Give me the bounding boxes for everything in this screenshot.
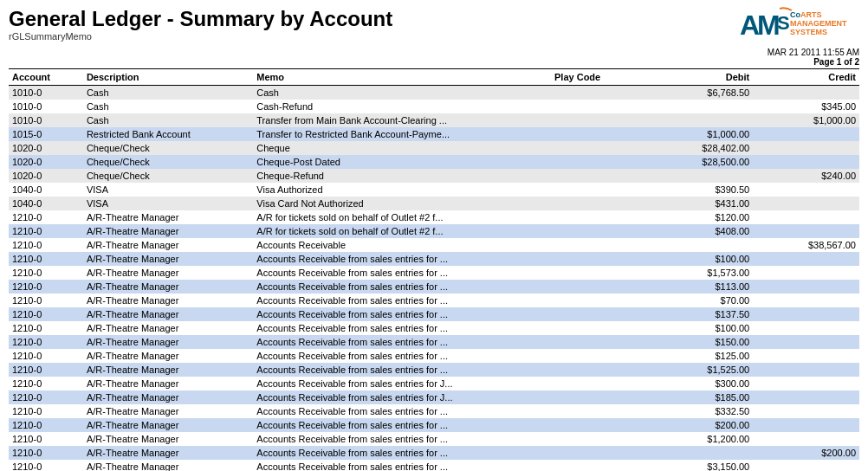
table-cell: 1210-0: [9, 390, 83, 404]
table-cell: Accounts Receivable from sales entries f…: [253, 280, 551, 294]
table-cell: Accounts Receivable from sales entries f…: [253, 252, 551, 266]
table-row: 1210-0A/R-Theatre ManagerAccounts Receiv…: [9, 404, 859, 418]
svg-text:Co: Co: [790, 10, 800, 19]
table-cell: Transfer from Main Bank Account-Clearing…: [253, 113, 551, 127]
table-cell: 1210-0: [9, 224, 83, 238]
table-cell: 1210-0: [9, 280, 83, 294]
table-cell: $120.00: [646, 210, 753, 224]
table-cell: A/R-Theatre Manager: [83, 294, 253, 307]
table-cell: [753, 141, 859, 155]
svg-text:ARTS: ARTS: [800, 10, 822, 19]
table-cell: [551, 86, 646, 100]
table-cell: Accounts Receivable: [253, 238, 551, 252]
table-cell: 1010-0: [9, 86, 83, 100]
table-cell: $185.00: [646, 390, 753, 404]
table-cell: [753, 363, 859, 377]
table-cell: 1210-0: [9, 446, 83, 460]
table-cell: 1020-0: [9, 141, 83, 155]
table-row: 1210-0A/R-Theatre ManagerAccounts Receiv…: [9, 460, 859, 472]
table-cell: A/R-Theatre Manager: [83, 210, 253, 224]
table-cell: $3,150.00: [646, 460, 753, 472]
table-cell: $150.00: [646, 335, 753, 349]
table-cell: A/R-Theatre Manager: [83, 432, 253, 446]
table-cell: A/R-Theatre Manager: [83, 252, 253, 266]
table-row: 1210-0A/R-Theatre ManagerAccounts Receiv…: [9, 280, 859, 294]
table-cell: $125.00: [646, 349, 753, 363]
table-cell: [551, 238, 646, 252]
table-cell: $408.00: [646, 224, 753, 238]
table-cell: $1,000.00: [646, 127, 753, 141]
table-cell: A/R-Theatre Manager: [83, 418, 253, 432]
table-cell: 1210-0: [9, 404, 83, 418]
report-date: MAR 21 2011 11:55 AM: [768, 48, 859, 57]
table-cell: [551, 446, 646, 460]
table-cell: [551, 100, 646, 113]
table-cell: [551, 266, 646, 280]
table-row: 1010-0CashCash$6,768.50: [9, 86, 859, 100]
table-cell: Cheque/Check: [83, 141, 253, 155]
table-cell: A/R-Theatre Manager: [83, 363, 253, 377]
table-cell: 1210-0: [9, 335, 83, 349]
table-cell: Accounts Receivable from sales entries f…: [253, 377, 551, 390]
table-cell: Accounts Receivable from sales entries f…: [253, 404, 551, 418]
table-cell: A/R for tickets sold on behalf of Outlet…: [253, 224, 551, 238]
table-cell: $28,500.00: [646, 155, 753, 169]
table-cell: Accounts Receivable from sales entries f…: [253, 363, 551, 377]
table-cell: Accounts Receivable from sales entries f…: [253, 349, 551, 363]
table-cell: A/R-Theatre Manager: [83, 460, 253, 472]
table-cell: [646, 169, 753, 183]
table-cell: $28,402.00: [646, 141, 753, 155]
title-block: General Ledger - Summary by Account rGLS…: [9, 7, 392, 42]
table-cell: Accounts Receivable from sales entries f…: [253, 418, 551, 432]
table-cell: A/R-Theatre Manager: [83, 390, 253, 404]
table-cell: Transfer to Restricted Bank Account-Paym…: [253, 127, 551, 141]
table-header-row: Account Description Memo Play Code Debit…: [9, 69, 859, 86]
table-cell: 1020-0: [9, 155, 83, 169]
table-cell: Cheque/Check: [83, 155, 253, 169]
table-cell: $70.00: [646, 294, 753, 307]
table-cell: Visa Card Not Authorized: [253, 197, 551, 210]
table-cell: $390.50: [646, 183, 753, 197]
table-cell: [753, 390, 859, 404]
table-cell: [753, 321, 859, 335]
table-cell: [753, 349, 859, 363]
table-cell: 1210-0: [9, 432, 83, 446]
table-cell: Cheque-Refund: [253, 169, 551, 183]
table-cell: 1210-0: [9, 210, 83, 224]
table-cell: Accounts Receivable from sales entries f…: [253, 266, 551, 280]
table-cell: [551, 155, 646, 169]
table-cell: 1040-0: [9, 183, 83, 197]
table-row: 1210-0A/R-Theatre ManagerAccounts Receiv…: [9, 349, 859, 363]
table-cell: $240.00: [753, 169, 859, 183]
table-row: 1210-0A/R-Theatre ManagerAccounts Receiv…: [9, 418, 859, 432]
table-cell: A/R-Theatre Manager: [83, 335, 253, 349]
table-cell: Accounts Receivable from sales entries f…: [253, 460, 551, 472]
company-logo: A M S Co ARTS MANAGEMENT SYSTEMS: [738, 7, 859, 46]
table-cell: Accounts Receivable from sales entries f…: [253, 321, 551, 335]
table-row: 1020-0Cheque/CheckCheque$28,402.00: [9, 141, 859, 155]
table-cell: 1210-0: [9, 418, 83, 432]
table-cell: Cheque/Check: [83, 169, 253, 183]
table-cell: $38,567.00: [753, 238, 859, 252]
table-cell: 1210-0: [9, 307, 83, 321]
table-cell: Cheque-Post Dated: [253, 155, 551, 169]
table-cell: $137.50: [646, 307, 753, 321]
table-cell: [753, 224, 859, 238]
table-cell: $1,525.00: [646, 363, 753, 377]
table-cell: [753, 86, 859, 100]
table-row: 1210-0A/R-Theatre ManagerAccounts Receiv…: [9, 335, 859, 349]
table-cell: $332.50: [646, 404, 753, 418]
table-row: 1210-0A/R-Theatre ManagerAccounts Receiv…: [9, 252, 859, 266]
table-row: 1210-0A/R-Theatre ManagerAccounts Receiv…: [9, 390, 859, 404]
table-cell: A/R-Theatre Manager: [83, 266, 253, 280]
table-cell: [753, 197, 859, 210]
table-cell: [646, 100, 753, 113]
ledger-table: Account Description Memo Play Code Debit…: [9, 68, 859, 471]
table-cell: [551, 307, 646, 321]
table-cell: Cheque: [253, 141, 551, 155]
table-cell: $345.00: [753, 100, 859, 113]
table-row: 1210-0A/R-Theatre ManagerA/R for tickets…: [9, 224, 859, 238]
table-cell: $1,573.00: [646, 266, 753, 280]
table-cell: [753, 418, 859, 432]
table-cell: [551, 460, 646, 472]
